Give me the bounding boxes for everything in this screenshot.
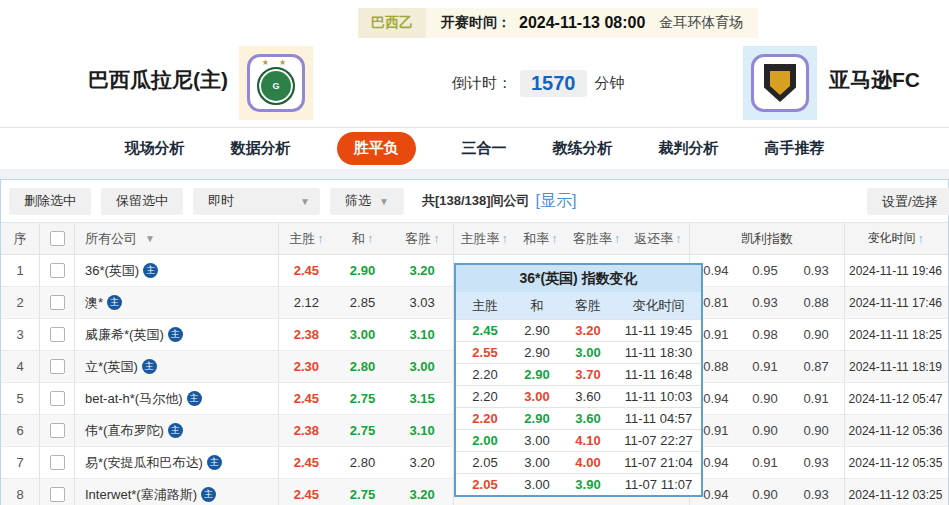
row-checkbox[interactable]	[50, 263, 65, 278]
chevron-down-icon: ▼	[145, 233, 155, 244]
header-rates-group: 主胜率↑ 和率↑ 客胜率↑ 返还率↑	[453, 223, 689, 254]
popup-home-odds: 2.20	[456, 367, 514, 382]
filter-dropdown[interactable]: 筛选 ▼	[330, 188, 404, 215]
nav-tabs: 现场分析数据分析胜平负三合一教练分析裁判分析高手推荐	[0, 128, 949, 169]
company-cell[interactable]: 伟*(直布罗陀)主	[74, 415, 278, 446]
company-cell[interactable]: 易*(安提瓜和巴布达)主	[74, 447, 278, 478]
away-crest-core	[770, 71, 790, 95]
keep-selected-button[interactable]: 保留选中	[101, 188, 183, 215]
header-home-rate[interactable]: 主胜率↑	[454, 230, 514, 248]
popup-header-away: 客胜	[560, 297, 616, 315]
instant-dropdown[interactable]: 即时 ▼	[193, 188, 320, 215]
header-away-rate[interactable]: 客胜率↑	[567, 230, 627, 248]
popup-away-odds: 3.70	[560, 367, 616, 382]
row-checkbox-cell	[39, 319, 74, 350]
row-checkbox[interactable]	[50, 359, 65, 374]
popup-header-time: 变化时间	[616, 297, 701, 315]
draw-odds: 2.75	[334, 423, 392, 438]
home-mark-icon: 主	[143, 263, 158, 278]
kelly-value: 0.93	[788, 487, 844, 502]
kelly-value: 0.88	[788, 295, 844, 310]
sort-asc-icon: ↑	[918, 232, 924, 246]
select-all-checkbox[interactable]	[50, 231, 65, 246]
tab-coach[interactable]: 教练分析	[553, 139, 613, 158]
draw-odds: 2.75	[334, 391, 392, 406]
home-mark-icon: 主	[168, 423, 183, 438]
row-checkbox[interactable]	[50, 423, 65, 438]
settings-button[interactable]: 设置/选择	[867, 188, 949, 215]
odds-group: 2.452.753.15	[278, 383, 453, 414]
row-checkbox[interactable]	[50, 327, 65, 342]
chevron-down-icon: ▼	[300, 196, 310, 207]
home-odds: 2.45	[279, 391, 334, 406]
away-odds: 3.03	[391, 295, 453, 310]
header-draw-odds[interactable]: 和↑	[334, 230, 392, 248]
popup-home-odds: 2.05	[456, 477, 514, 492]
company-cell[interactable]: 立*(英国)主	[74, 351, 278, 382]
popup-draw-odds: 2.90	[514, 345, 560, 360]
show-link[interactable]: [显示]	[536, 191, 577, 212]
home-team-crest: ★ ★ G	[239, 46, 313, 120]
row-checkbox[interactable]	[50, 391, 65, 406]
toolbar: 删除选中 保留选中 即时 ▼ 筛选 ▼ 共[138/138]间公司 [显示] 设…	[1, 180, 948, 222]
header-change-time[interactable]: 变化时间 ↑	[844, 223, 946, 254]
header-draw-rate[interactable]: 和率↑	[514, 230, 567, 248]
company-cell[interactable]: 威廉希*(英国)主	[74, 319, 278, 350]
company-cell[interactable]: bet-at-h*(马尔他)主	[74, 383, 278, 414]
header-home-odds[interactable]: 主胜↑	[279, 230, 334, 248]
tab-three-in-one[interactable]: 三合一	[462, 139, 507, 158]
tab-referee[interactable]: 裁判分析	[659, 139, 719, 158]
popup-draw-odds: 3.00	[514, 433, 560, 448]
change-time: 2024-11-11 19:46	[844, 255, 946, 286]
popup-home-odds: 2.20	[456, 389, 514, 404]
popup-header-row: 主胜 和 客胜 变化时间	[456, 292, 701, 319]
row-checkbox[interactable]	[50, 487, 65, 502]
change-time: 2024-11-12 03:25	[844, 479, 946, 505]
odds-group: 2.302.803.00	[278, 351, 453, 382]
company-cell[interactable]: Interwet*(塞浦路斯)主	[74, 479, 278, 505]
odds-group: 2.452.803.20	[278, 447, 453, 478]
header-odds-group: 主胜↑ 和↑ 客胜↑	[278, 223, 453, 254]
sort-asc-icon: ↑	[317, 232, 323, 246]
row-seq: 3	[1, 319, 39, 350]
tab-data[interactable]: 数据分析	[231, 139, 291, 158]
odds-group: 2.122.853.03	[278, 287, 453, 318]
countdown-unit: 分钟	[595, 74, 625, 93]
row-checkbox[interactable]	[50, 455, 65, 470]
kickoff-label: 开赛时间：	[441, 14, 511, 32]
tab-wdl[interactable]: 胜平负	[337, 132, 416, 165]
tab-live[interactable]: 现场分析	[125, 139, 185, 158]
header-away-odds[interactable]: 客胜↑	[391, 230, 453, 248]
header-checkbox-cell	[39, 223, 74, 254]
popup-change-time: 11-07 22:27	[616, 433, 701, 448]
sort-asc-icon: ↑	[614, 232, 620, 246]
home-crest-icon: G	[257, 67, 295, 105]
header-company[interactable]: 所有公司 ▼	[74, 223, 278, 254]
company-name: 立*(英国)	[85, 358, 138, 376]
company-name: bet-at-h*(马尔他)	[85, 390, 183, 408]
home-odds: 2.38	[279, 327, 334, 342]
home-mark-icon: 主	[201, 487, 216, 502]
company-cell[interactable]: 澳*主	[74, 287, 278, 318]
row-checkbox-cell	[39, 479, 74, 505]
change-time: 2024-11-12 05:35	[844, 447, 946, 478]
match-meta-bar: 巴西乙 开赛时间： 2024-11-13 08:00 金耳环体育场	[358, 8, 758, 38]
away-odds: 3.15	[391, 391, 453, 406]
popup-row: 2.452.903.2011-11 19:45	[456, 319, 701, 341]
delete-selected-button[interactable]: 删除选中	[9, 188, 91, 215]
venue: 金耳环体育场	[659, 14, 743, 32]
tab-expert[interactable]: 高手推荐	[765, 139, 825, 158]
row-checkbox[interactable]	[50, 295, 65, 310]
popup-away-odds: 4.00	[560, 455, 616, 470]
company-count: 共[138/138]间公司	[422, 192, 530, 210]
kickoff-bar: 开赛时间： 2024-11-13 08:00 金耳环体育场	[426, 8, 758, 38]
kelly-value: 0.90	[742, 487, 789, 502]
popup-draw-odds: 2.90	[514, 367, 560, 382]
home-odds: 2.45	[279, 455, 334, 470]
row-seq: 6	[1, 415, 39, 446]
home-crest-frame: ★ ★ G	[247, 54, 305, 112]
company-cell[interactable]: 36*(英国)主	[74, 255, 278, 286]
header-return-rate[interactable]: 返还率↑	[626, 230, 689, 248]
home-odds: 2.45	[279, 263, 334, 278]
popup-away-odds: 4.10	[560, 433, 616, 448]
